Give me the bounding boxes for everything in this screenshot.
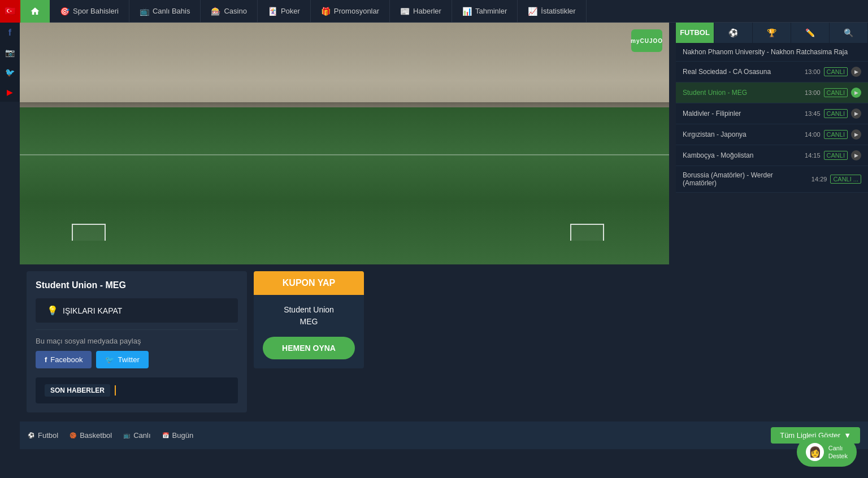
canli-icon: 📺: [140, 7, 149, 16]
divider: [36, 329, 238, 330]
bottom-bar-canli[interactable]: 📺 Canlı: [123, 431, 150, 440]
center-area: myCUJOO Student Union - MEG 💡 IŞIKLARI K…: [20, 23, 669, 419]
live-badge: CANLI ...: [830, 175, 861, 184]
match-time: 14:00: [805, 131, 821, 138]
football-field: [20, 107, 669, 264]
futbol-dot: ⚽: [28, 432, 34, 438]
sidebar-tab-bar: FUTBOL ⚽ 🏆 ✏️ 🔍: [676, 23, 868, 43]
kupon-teams: Student Union MEG: [263, 304, 355, 328]
kupon-header: KUPON YAP: [254, 271, 364, 295]
haberler-icon: 📰: [400, 7, 410, 16]
canli-destek-label: Canlı Destek: [828, 444, 848, 460]
facebook-share-button[interactable]: f Facebook: [36, 351, 92, 368]
nav-item-casino[interactable]: 🎰 Casino: [201, 0, 257, 23]
nav-items: 🎯 Spor Bahisleri 📺 Canlı Bahis 🎰 Casino …: [50, 0, 868, 23]
destek-avatar: 👩: [806, 443, 824, 461]
match-name: Kamboçya - Moğolistan: [683, 151, 801, 159]
fb-icon: f: [45, 355, 47, 364]
live-badge: CANLI: [824, 67, 848, 76]
facebook-social-button[interactable]: f: [0, 23, 20, 42]
match-time: 13:45: [805, 110, 821, 117]
nav-item-istatistikler[interactable]: 📈 İstatistikler: [518, 0, 586, 23]
play-button[interactable]: ▶: [851, 108, 861, 119]
spor-icon: 🎯: [60, 7, 70, 16]
twitter-share-button[interactable]: 🐦 Twitter: [96, 351, 148, 368]
goal-left: [72, 224, 106, 241]
flag-icon[interactable]: 🇹🇷: [0, 0, 20, 23]
match-time: 14:15: [805, 152, 821, 159]
main-container: myCUJOO Student Union - MEG 💡 IŞIKLARI K…: [20, 23, 868, 419]
promosyon-icon: 🎁: [321, 7, 331, 16]
son-haberler-divider: [115, 385, 116, 396]
match-list-item[interactable]: Borussia (Amatörler) - Werder (Amatörler…: [676, 166, 868, 193]
match-name: Kırgızistan - Japonya: [683, 131, 801, 138]
tab-search[interactable]: 🔍: [830, 23, 868, 43]
play-button[interactable]: ▶: [851, 129, 861, 140]
match-time: 14:29: [811, 176, 827, 182]
match-list-item[interactable]: Real Sociedad - CA Osasuna 13:00 CANLI ▶: [676, 62, 868, 82]
nav-item-canli[interactable]: 📺 Canlı Bahis: [129, 0, 201, 23]
son-haberler-bar: SON HABERLER: [36, 377, 238, 403]
share-buttons: f Facebook 🐦 Twitter: [36, 351, 238, 368]
match-list-item[interactable]: Nakhon Phanom University - Nakhon Ratcha…: [676, 43, 868, 62]
match-info-card: Student Union - MEG 💡 IŞIKLARI KAPAT Bu …: [27, 271, 247, 412]
sidebar-social: f 📷 🐦 ▶: [0, 23, 20, 102]
basketbol-dot: 🏀: [70, 432, 76, 438]
live-badge: CANLI: [824, 88, 848, 97]
tab-globe[interactable]: ⚽: [714, 23, 753, 43]
home-button[interactable]: [20, 0, 50, 23]
nav-item-poker[interactable]: 🃏 Poker: [258, 0, 311, 23]
match-time: 13:00: [805, 68, 821, 75]
bottom-bar: ⚽ Futbol 🏀 Basketbol 📺 Canlı 📅 Bugün Tüm…: [20, 421, 868, 449]
play-button-active[interactable]: ▶: [851, 88, 861, 98]
istatistikler-icon: 📈: [528, 7, 537, 16]
match-list-item[interactable]: Maldivler - Filipinler 13:45 CANLI ▶: [676, 103, 868, 124]
play-button[interactable]: ▶: [851, 67, 861, 77]
top-navigation: 🇹🇷 🎯 Spor Bahisleri 📺 Canlı Bahis 🎰 Casi…: [0, 0, 868, 23]
nav-item-haberler[interactable]: 📰 Haberler: [390, 0, 452, 23]
instagram-social-button[interactable]: 📷: [0, 42, 20, 62]
match-list-item[interactable]: Kamboçya - Moğolistan 14:15 CANLI ▶: [676, 145, 868, 166]
video-section: myCUJOO: [20, 23, 669, 264]
bottom-bar-bugun[interactable]: 📅 Bugün: [162, 431, 194, 440]
nav-item-spor[interactable]: 🎯 Spor Bahisleri: [50, 0, 129, 23]
tab-futbol[interactable]: FUTBOL: [676, 23, 714, 43]
match-list-item[interactable]: Kırgızistan - Japonya 14:00 CANLI ▶: [676, 124, 868, 145]
bugun-dot: 📅: [162, 432, 169, 438]
play-button[interactable]: ▶: [851, 150, 861, 160]
share-label: Bu maçı sosyal medyada paylaş: [36, 337, 238, 345]
kupon-card: KUPON YAP Student Union MEG HEMEN OYNA: [254, 271, 364, 368]
light-icon: 💡: [47, 305, 58, 316]
nav-item-promosyon[interactable]: 🎁 Promosyonlar: [311, 0, 390, 23]
tab-edit[interactable]: ✏️: [791, 23, 830, 43]
match-name: Nakhon Phanom University - Nakhon Ratcha…: [683, 48, 861, 56]
poker-icon: 🃏: [268, 7, 277, 16]
live-badge: CANLI: [824, 130, 848, 139]
nav-item-tahminler[interactable]: 📊 Tahminler: [452, 0, 518, 23]
son-haberler-label: SON HABERLER: [45, 384, 110, 397]
lights-button[interactable]: 💡 IŞIKLARI KAPAT: [36, 298, 238, 323]
bottom-bar-futbol[interactable]: ⚽ Futbol: [28, 431, 58, 440]
canli-destek-widget[interactable]: 👩 Canlı Destek: [797, 437, 857, 467]
twitter-social-button[interactable]: 🐦: [0, 62, 20, 82]
match-title: Student Union - MEG: [36, 280, 238, 290]
tahminler-icon: 📊: [462, 7, 472, 16]
tab-user[interactable]: 🏆: [753, 23, 791, 43]
match-list: Nakhon Phanom University - Nakhon Ratcha…: [676, 43, 868, 193]
hemen-oyna-button[interactable]: HEMEN OYNA: [263, 337, 355, 359]
casino-icon: 🎰: [211, 7, 220, 16]
cujoo-logo: myCUJOO: [631, 29, 662, 52]
field-line-horizontal: [20, 154, 669, 155]
kupon-body: Student Union MEG HEMEN OYNA: [254, 295, 364, 368]
live-badge: CANLI: [824, 151, 848, 160]
match-list-item-highlighted[interactable]: Student Union - MEG 13:00 CANLI ▶: [676, 82, 868, 103]
match-name: Student Union - MEG: [683, 89, 801, 97]
goal-right: [570, 224, 604, 241]
right-sidebar: FUTBOL ⚽ 🏆 ✏️ 🔍 Nakhon Phanom University…: [676, 23, 868, 419]
match-name: Borussia (Amatörler) - Werder (Amatörler…: [683, 171, 808, 187]
bottom-bar-basketbol[interactable]: 🏀 Basketbol: [70, 431, 112, 440]
tw-icon: 🐦: [105, 355, 114, 364]
video-background: [20, 23, 669, 264]
youtube-social-button[interactable]: ▶: [0, 82, 20, 102]
live-badge: CANLI: [824, 109, 848, 118]
